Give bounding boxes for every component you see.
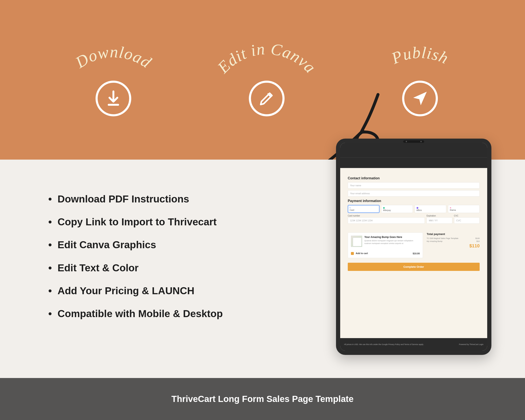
bump-add-to-cart[interactable]: Add to cart: [351, 252, 368, 255]
grand-total: $110: [427, 243, 480, 249]
cvc-label: CVC: [454, 215, 480, 217]
arc-text-edit: Edit in Canva: [216, 34, 317, 80]
paper-plane-icon: [402, 81, 438, 116]
card-number-label: Card number: [348, 215, 425, 217]
svg-text:Download: Download: [72, 43, 155, 72]
complete-order-button[interactable]: Complete Order: [348, 263, 480, 271]
bullet-item: Compatible with Mobile & Desktop: [48, 308, 223, 319]
card-number-field[interactable]: 1234 1234 1234 1234: [348, 217, 425, 224]
name-field[interactable]: Your name: [348, 182, 480, 189]
svg-text:Publish: Publish: [389, 43, 451, 67]
bullet-item: Edit Canva Graphics: [48, 239, 223, 251]
expiration-label: Expiration: [427, 215, 452, 217]
bump-desc: Quaerat dolore numquam magnam qui veniam…: [364, 239, 420, 245]
pencil-icon: [249, 81, 285, 116]
bump-image: [351, 236, 362, 247]
tab-afterpay[interactable]: ◆Afterpay: [381, 205, 413, 213]
bottom-band: ThriveCart Long Form Sales Page Template: [0, 378, 525, 420]
payment-tabs: ▪Card ◆Afterpay ◉Affirm ■Klarna: [348, 205, 480, 213]
checkbox-icon[interactable]: [351, 252, 354, 255]
bullet-item: Edit Text & Color: [48, 262, 223, 274]
footer-title: ThriveCart Long Form Sales Page Template: [171, 394, 353, 404]
top-band: Download Edit in Canva Publish: [0, 0, 525, 160]
step-download: Download: [63, 34, 164, 116]
email-field[interactable]: Your email address: [348, 190, 480, 196]
total-title: Total payment: [427, 233, 480, 236]
bump-title: Your Amazing Bump Goes Here: [364, 236, 420, 239]
checkout-header: [340, 143, 487, 168]
expiration-field[interactable]: MM / YY: [427, 217, 452, 224]
download-icon: [95, 81, 131, 116]
arc-text-publish: Publish: [370, 34, 470, 80]
bullet-item: Download PDF Instructions: [48, 193, 223, 205]
checkout-footer: All prices in USD. We use this info unde…: [340, 338, 487, 351]
contact-title: Contact information: [348, 176, 480, 180]
tablet-camera: [403, 140, 424, 143]
order-bump: Your Amazing Bump Goes Here Quaerat dolo…: [348, 233, 423, 258]
bump-price: $10.00: [413, 252, 420, 255]
bullet-item: Add Your Pricing & LAUNCH: [48, 285, 223, 297]
payment-title: Payment information: [348, 199, 480, 203]
tab-klarna[interactable]: ■Klarna: [448, 205, 480, 213]
tablet-mockup: Contact information Your name Your email…: [336, 139, 491, 355]
bullet-item: Copy Link to Import to Thrivecart: [48, 216, 223, 228]
tab-affirm[interactable]: ◉Affirm: [414, 205, 446, 213]
arc-text-download: Download: [63, 34, 164, 80]
feature-bullets: Download PDF Instructions Copy Link to I…: [48, 193, 223, 331]
checkout-screen: Contact information Your name Your email…: [340, 143, 487, 351]
order-totals: Total payment TC Edit Magical Sales Page…: [427, 233, 480, 249]
mid-band: Download PDF Instructions Copy Link to I…: [0, 160, 525, 378]
tab-card[interactable]: ▪Card: [348, 205, 379, 213]
svg-text:Edit in Canva: Edit in Canva: [216, 39, 317, 77]
cvc-field[interactable]: CVC: [454, 217, 480, 224]
